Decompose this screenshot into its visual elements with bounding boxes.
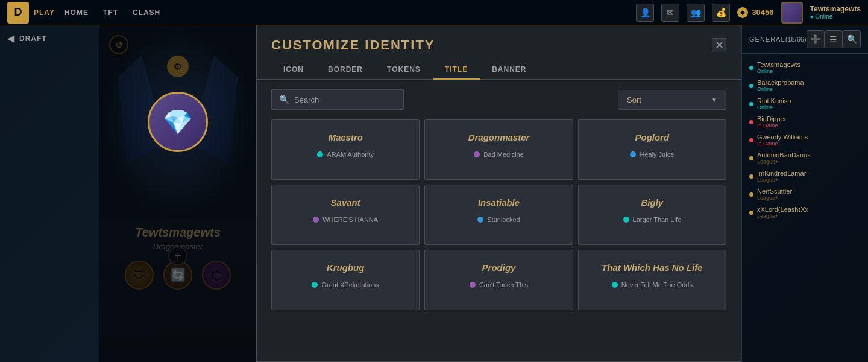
search-input[interactable] (294, 95, 396, 104)
close-button[interactable]: ✕ (712, 38, 726, 52)
friend-name-1: Barackprobama (757, 79, 804, 86)
friend-block-8: xXLord(Leash)Xx League+ (757, 206, 808, 219)
friend-item-8[interactable]: xXLord(Leash)Xx League+ (742, 203, 868, 221)
title-card-dragonmaster[interactable]: Dragonmaster Bad Medicine (424, 119, 573, 180)
source-text: Healy Juice (640, 151, 674, 158)
friend-name-0: Tewtsmagewts (757, 61, 800, 68)
list-icon[interactable]: ☰ (825, 30, 843, 48)
title-card-maestro[interactable]: Maestro ARAM Authority (271, 119, 420, 180)
friend-block-7: NerfScuttler League+ (757, 188, 792, 201)
source-dot (623, 217, 629, 223)
title-source: Stunlocked (477, 216, 520, 223)
friends-icon[interactable]: 👤 (636, 4, 654, 22)
friend-item-0[interactable]: Tewtsmagewts Online (742, 59, 868, 77)
friend-block-2: Riot Kuniso Online (757, 97, 791, 110)
add-friend-icon[interactable]: ➕ (807, 30, 825, 48)
friend-item-7[interactable]: NerfScuttler League+ (742, 185, 868, 203)
title-card-name: Maestro (328, 132, 363, 142)
source-dot (317, 151, 323, 157)
controls-bar: 🔍 Sort ▼ (257, 80, 741, 119)
friend-item-5[interactable]: AntonioBanDarius League+ (742, 149, 868, 167)
mail-icon[interactable]: ✉ (661, 4, 679, 22)
friend-item-1[interactable]: Barackprobama Online (742, 77, 868, 95)
friend-block-5: AntonioBanDarius League+ (757, 151, 811, 165)
friend-status-1: Online (757, 86, 804, 92)
source-dot (312, 282, 318, 288)
friend-item-3[interactable]: BigDipper In Game (742, 113, 868, 131)
friend-status-7: League+ (757, 195, 792, 201)
sort-arrow-icon: ▼ (711, 97, 717, 103)
source-dot (612, 282, 618, 288)
title-card-name: Krugbug (327, 262, 364, 273)
title-source: Can't Touch This (470, 281, 528, 288)
social-icon[interactable]: 👥 (687, 4, 705, 22)
customize-identity-modal: CUSTOMIZE IDENTITY ✕ ICON BORDER TOKENS … (256, 25, 741, 362)
status-dot-6 (749, 174, 753, 179)
search-box[interactable]: 🔍 (271, 89, 404, 110)
status-dot-5 (749, 156, 753, 160)
nav-play[interactable]: PLAY (34, 8, 55, 17)
tab-border[interactable]: BORDER (316, 60, 375, 80)
title-card-name: That Which Has No Life (602, 262, 703, 273)
friend-item-6[interactable]: ImKindredLamar League+ (742, 167, 868, 185)
title-source: WHERE'S HANNA (313, 216, 378, 223)
nav-tft[interactable]: TFT (103, 8, 118, 17)
friend-name-6: ImKindredLamar (757, 170, 806, 177)
left-panel-header: ◀ DRAFT (0, 25, 99, 51)
title-card-insatiable[interactable]: Insatiable Stunlocked (424, 185, 573, 245)
top-nav: D PLAY HOME TFT CLASH 👤 ✉ 👥 💰 ◆ 30456 Te… (0, 0, 868, 25)
nav-home[interactable]: HOME (64, 8, 89, 17)
modal-header: CUSTOMIZE IDENTITY ✕ (257, 25, 741, 53)
title-card-that-which-has-no-life[interactable]: That Which Has No Life Never Tell Me The… (578, 250, 726, 310)
back-button[interactable]: ◀ (7, 33, 14, 44)
title-source: Healy Juice (630, 151, 674, 158)
search-icon: 🔍 (279, 95, 289, 104)
currency-amount: 30456 (752, 8, 773, 17)
source-text: Larger Than Life (633, 216, 682, 223)
title-card-name: Dragonmaster (468, 132, 530, 142)
modal-title: CUSTOMIZE IDENTITY (271, 37, 435, 53)
tab-icon[interactable]: ICON (271, 60, 316, 80)
title-card-krugbug[interactable]: Krugbug Great XPeketations (271, 250, 420, 310)
general-label: GENERAL (749, 36, 785, 43)
title-card-savant[interactable]: Savant WHERE'S HANNA (271, 185, 420, 245)
friends-count: (18/66) (785, 36, 807, 43)
friend-item-4[interactable]: Gwendy Williams In Game (742, 131, 868, 149)
shop-icon[interactable]: 💰 (712, 4, 730, 22)
search-friends-icon[interactable]: 🔍 (843, 30, 861, 48)
champion-circle: 💎 (148, 92, 208, 152)
source-dot (470, 282, 476, 288)
title-source: ARAM Authority (317, 151, 374, 158)
title-card-name: Bigly (641, 197, 663, 208)
title-source: Bad Medicine (474, 151, 524, 158)
friend-name-3: BigDipper (757, 115, 786, 122)
tab-banner[interactable]: BANNER (480, 60, 538, 80)
friend-item-2[interactable]: Riot Kuniso Online (742, 95, 868, 113)
tab-bar: ICON BORDER TOKENS TITLE BANNER (257, 53, 741, 80)
friend-block-6: ImKindredLamar League+ (757, 170, 806, 183)
tab-tokens[interactable]: TOKENS (375, 60, 433, 80)
source-text: ARAM Authority (327, 151, 374, 158)
online-status: ● Online (810, 13, 861, 20)
friend-status-5: League+ (757, 159, 811, 165)
title-card-bigly[interactable]: Bigly Larger Than Life (578, 185, 726, 245)
source-dot (630, 151, 636, 157)
titles-grid: Maestro ARAM Authority Dragonmaster Bad … (257, 119, 741, 310)
tab-title[interactable]: TITLE (433, 60, 480, 80)
user-avatar[interactable] (781, 2, 803, 24)
nav-items: HOME TFT CLASH (64, 8, 160, 17)
title-card-name: Savant (331, 197, 360, 208)
source-dot (477, 217, 483, 223)
title-card-prodigy[interactable]: Prodigy Can't Touch This (424, 250, 573, 310)
title-source: Larger Than Life (623, 216, 682, 223)
sort-dropdown[interactable]: Sort ▼ (618, 90, 726, 110)
right-panel: GENERAL (18/66) ➕ ☰ 🔍 Tewtsmagewts Onlin… (741, 25, 868, 362)
title-card-poglord[interactable]: Poglord Healy Juice (578, 119, 726, 180)
friend-name-7: NerfScuttler (757, 188, 792, 195)
status-dot-8 (749, 211, 753, 215)
friend-block-1: Barackprobama Online (757, 79, 804, 92)
title-source: Never Tell Me The Odds (612, 281, 693, 288)
friend-status-4: In Game (757, 141, 808, 147)
nav-clash[interactable]: CLASH (133, 8, 160, 17)
status-dot-3 (749, 120, 753, 124)
